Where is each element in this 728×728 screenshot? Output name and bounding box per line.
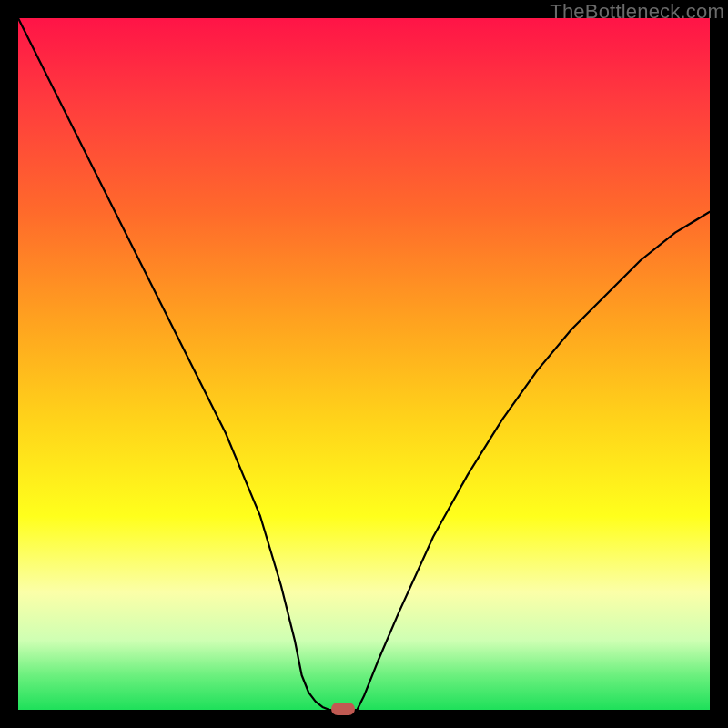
optimal-marker — [331, 703, 355, 715]
curve-svg — [18, 18, 710, 710]
plot-area — [18, 18, 710, 710]
chart-frame: TheBottleneck.com — [0, 0, 728, 728]
bottleneck-curve — [18, 18, 710, 710]
